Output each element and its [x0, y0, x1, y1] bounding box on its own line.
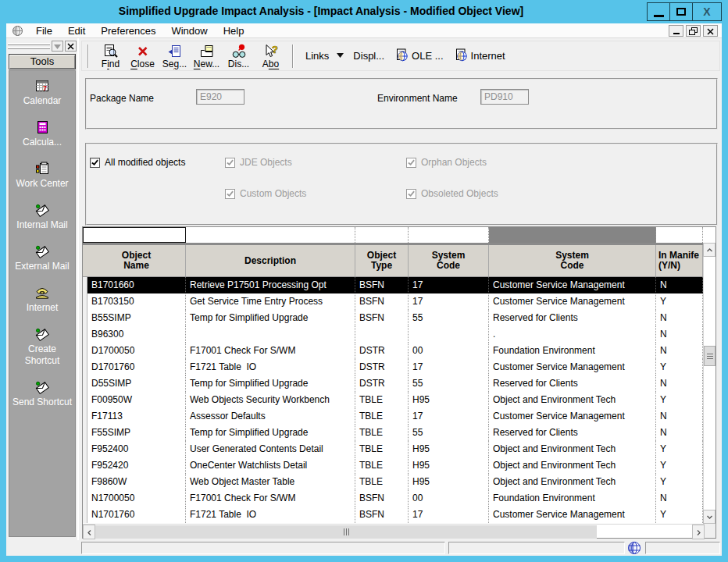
- table-row[interactable]: N1701760F1721 Table IOBSFN17Customer Ser…: [83, 507, 703, 523]
- cell: N: [656, 375, 703, 392]
- cell: 17: [409, 359, 489, 375]
- mdi-minimize-button[interactable]: [669, 25, 683, 37]
- menu-help[interactable]: Help: [216, 25, 252, 37]
- menu-window[interactable]: Window: [163, 25, 215, 37]
- sidebar-item-calendar[interactable]: 7Calendar: [10, 78, 74, 107]
- cell: B1701660: [87, 277, 186, 293]
- table-row[interactable]: B1703150Get Service Time Entry ProcessBS…: [83, 293, 703, 310]
- segment-button[interactable]: Seg...: [159, 43, 191, 69]
- links-dropdown-icon[interactable]: [337, 53, 344, 59]
- close-button[interactable]: X: [692, 2, 722, 21]
- find-button[interactable]: Find: [95, 43, 127, 69]
- column-header[interactable]: Description: [186, 245, 355, 276]
- scroll-up-button[interactable]: [703, 243, 716, 257]
- cell: D1700050: [87, 343, 186, 359]
- toolbar-separator: [292, 44, 294, 68]
- table-row[interactable]: B1701660Retrieve P17501 Processing OptBS…: [83, 277, 703, 293]
- minimize-button[interactable]: [647, 2, 670, 21]
- chevron-up-icon: [706, 243, 713, 257]
- column-header[interactable]: ObjectName: [87, 245, 186, 276]
- scroll-right-button[interactable]: [692, 525, 705, 539]
- sidebar-item-send-shortcut[interactable]: Send Shortcut: [10, 379, 74, 408]
- table-row[interactable]: F9860WWeb Object Master TableTBLEH95Obje…: [83, 474, 703, 490]
- grid-header: ObjectNameDescriptionObjectTypeSystemCod…: [83, 245, 703, 277]
- ole-button[interactable]: OLE ...: [395, 48, 443, 64]
- status-globe-icon: [626, 541, 642, 555]
- toolbar: FindCloseSeg...New...Dis...?Abo Links Di…: [81, 41, 720, 71]
- qbe-filter-cell[interactable]: [656, 227, 703, 243]
- column-header[interactable]: ObjectType: [355, 245, 409, 276]
- table-row[interactable]: N1700050F17001 Check For S/WMBSFN00Found…: [83, 490, 703, 507]
- table-row[interactable]: D1701760F1721 Table IODSTR17Customer Ser…: [83, 359, 703, 375]
- sidebar-dropdown-button[interactable]: [52, 41, 63, 52]
- cell: Customer Service Management: [489, 277, 656, 293]
- horizontal-scrollbar-thumb[interactable]: [95, 525, 597, 539]
- title-bar[interactable]: Simplified Upgrade Impact Analysis - [Im…: [0, 0, 728, 23]
- qbe-filter-cell[interactable]: [186, 227, 355, 243]
- table-row[interactable]: F952400User Generated Contents DetailTBL…: [83, 441, 703, 457]
- sidebar-grip[interactable]: [8, 43, 50, 49]
- mdi-restore-button[interactable]: [686, 25, 701, 37]
- close-icon: [135, 43, 151, 59]
- vertical-scrollbar-thumb[interactable]: [704, 346, 716, 366]
- environment-name-input[interactable]: [480, 89, 529, 105]
- menu-edit[interactable]: Edit: [60, 25, 93, 37]
- sidebar-item-work-center[interactable]: Work Center: [10, 161, 74, 190]
- sidebar-item-internet[interactable]: Internet: [10, 285, 74, 314]
- links-label[interactable]: Links: [305, 50, 329, 62]
- cell: Y: [656, 359, 703, 375]
- menu-file[interactable]: File: [28, 25, 60, 37]
- chevron-down-icon: [54, 39, 61, 53]
- table-row[interactable]: F952420OneCenter Watchlists DetailTBLEH9…: [83, 457, 703, 474]
- qbe-filter-cell[interactable]: [83, 227, 186, 243]
- package-name-input[interactable]: [196, 89, 244, 105]
- send-shortcut-icon: [34, 379, 50, 395]
- sidebar-item-external-mail[interactable]: External Mail: [10, 244, 74, 272]
- status-panel-middle: [448, 542, 625, 554]
- table-row[interactable]: D1700050F17001 Check For S/WMDSTR00Found…: [83, 343, 703, 359]
- sidebar-close-button[interactable]: [65, 41, 77, 52]
- close-button[interactable]: Close: [127, 43, 159, 69]
- application-globe-icon[interactable]: [12, 25, 23, 37]
- scroll-down-button[interactable]: [703, 510, 716, 524]
- sidebar-item-create-shortcut[interactable]: Create Shortcut: [10, 326, 74, 367]
- cell: F952400: [87, 441, 186, 457]
- new-button[interactable]: New...: [191, 43, 223, 69]
- sidebar-item-internal-mail[interactable]: Internal Mail: [10, 202, 74, 231]
- cell: DSTR: [355, 375, 409, 392]
- table-row[interactable]: D55SIMPTemp for Simplified UpgradeDSTR55…: [83, 375, 703, 392]
- cell: H95: [409, 457, 489, 474]
- qbe-filter-cell[interactable]: [489, 227, 656, 243]
- grid-vertical-scrollbar[interactable]: [703, 243, 716, 524]
- qbe-filter-cell[interactable]: [355, 227, 409, 243]
- cell: Customer Service Management: [489, 507, 656, 523]
- about-button[interactable]: ?Abo: [255, 43, 287, 69]
- table-row[interactable]: B55SIMPTemp for Simplified UpgradeBSFN55…: [83, 310, 703, 326]
- cell: F1721 Table IO: [186, 507, 355, 523]
- table-row[interactable]: B96300.N: [83, 326, 703, 343]
- cell: F952420: [87, 457, 186, 474]
- display-button[interactable]: Dis...: [223, 43, 255, 69]
- cell: Y: [656, 293, 703, 310]
- cell: B96300: [87, 326, 186, 343]
- scroll-left-button[interactable]: [83, 525, 95, 539]
- column-header[interactable]: In Manife(Y/N): [656, 245, 703, 276]
- cell: H95: [409, 392, 489, 408]
- column-header[interactable]: SystemCode: [489, 245, 656, 276]
- internet-button[interactable]: Internet: [455, 48, 505, 64]
- qbe-filter-cell[interactable]: [409, 227, 489, 243]
- chevron-right-icon: [695, 525, 702, 539]
- svg-text:7: 7: [43, 84, 47, 92]
- grid-horizontal-scrollbar[interactable]: [83, 524, 705, 538]
- menu-preferences[interactable]: Preferences: [93, 25, 163, 37]
- table-row[interactable]: F00950WWeb Objects Security WorkbenchTBL…: [83, 392, 703, 408]
- tools-header-button[interactable]: Tools: [9, 54, 76, 69]
- mdi-close-button[interactable]: [703, 25, 718, 37]
- checkbox-all-modified-objects[interactable]: All modified objects: [90, 157, 185, 168]
- table-row[interactable]: F17113Assessor DefaultsTBLE17Customer Se…: [83, 408, 703, 425]
- displ-button[interactable]: Displ...: [353, 50, 384, 62]
- sidebar-item-calcula[interactable]: Calcula...: [10, 119, 74, 148]
- table-row[interactable]: F55SIMPTemp for Simplified UpgradeTBLE55…: [83, 425, 703, 441]
- column-header[interactable]: SystemCode: [409, 245, 489, 276]
- maximize-button[interactable]: [669, 2, 693, 21]
